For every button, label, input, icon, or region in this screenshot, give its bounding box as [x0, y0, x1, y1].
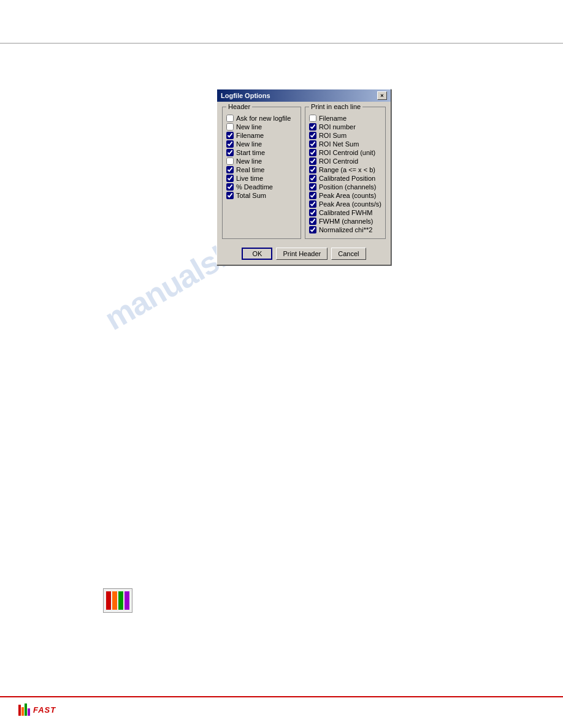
real-time-label: Real time — [236, 166, 264, 173]
fast-logo-bars — [18, 703, 30, 716]
color-bar-red — [106, 591, 111, 610]
ok-button[interactable]: OK — [242, 248, 272, 260]
new-line-3-checkbox[interactable] — [226, 157, 234, 165]
list-item: Position (channels) — [309, 183, 381, 191]
fwhm-channels-label: FWHM (channels) — [319, 218, 373, 225]
roi-sum-label: ROI Sum — [319, 132, 347, 139]
dialog-body: Header Ask for new logfile New line File… — [217, 102, 391, 244]
roi-sum-checkbox[interactable] — [309, 132, 316, 139]
roi-centroid-unit-label: ROI Centroid (unit) — [319, 149, 375, 156]
header-group-title: Header — [226, 103, 252, 110]
print-group: Print in each line Filename ROI number R… — [305, 107, 386, 239]
dialog-footer: OK Print Header Cancel — [217, 244, 391, 265]
cal-position-checkbox[interactable] — [309, 175, 316, 182]
list-item: ROI Net Sum — [309, 140, 381, 148]
filename-2-checkbox[interactable] — [309, 115, 316, 122]
new-line-2-checkbox[interactable] — [226, 140, 234, 148]
list-item: New line — [226, 140, 297, 148]
roi-net-sum-checkbox[interactable] — [309, 140, 316, 148]
peak-area-counts-s-label: Peak Area (counts/s) — [319, 200, 381, 208]
logfile-options-dialog: Logfile Options × Header Ask for new log… — [216, 89, 391, 265]
roi-centroid-unit-checkbox[interactable] — [309, 149, 316, 156]
dialog-titlebar: Logfile Options × — [217, 89, 391, 102]
peak-area-counts-checkbox[interactable] — [309, 192, 316, 199]
new-line-1-checkbox[interactable] — [226, 123, 234, 131]
position-channels-label: Position (channels) — [319, 183, 377, 191]
real-time-checkbox[interactable] — [226, 166, 234, 173]
roi-number-checkbox[interactable] — [309, 123, 316, 131]
list-item: FWHM (channels) — [309, 218, 381, 225]
list-item: New line — [226, 157, 297, 165]
logo-bar-3 — [25, 703, 27, 716]
list-item: Start time — [226, 149, 297, 156]
ask-new-logfile-label: Ask for new logfile — [236, 115, 291, 122]
color-bar-green — [118, 591, 123, 610]
list-item: Calibrated Position — [309, 175, 381, 182]
total-sum-label: Total Sum — [236, 192, 266, 199]
total-sum-checkbox[interactable] — [226, 192, 234, 199]
norm-chi2-checkbox[interactable] — [309, 226, 316, 233]
roi-number-label: ROI number — [319, 123, 356, 131]
cancel-button[interactable]: Cancel — [331, 248, 366, 260]
list-item: Peak Area (counts/s) — [309, 200, 381, 208]
new-line-2-label: New line — [236, 140, 262, 148]
roi-net-sum-label: ROI Net Sum — [319, 140, 359, 148]
fast-logo-text: FAST — [33, 705, 56, 715]
peak-area-counts-label: Peak Area (counts) — [319, 192, 377, 199]
filename-2-label: Filename — [319, 115, 347, 122]
list-item: % Deadtime — [226, 183, 297, 191]
roi-centroid-checkbox[interactable] — [309, 157, 316, 165]
position-channels-checkbox[interactable] — [309, 183, 316, 191]
close-button[interactable]: × — [377, 91, 387, 100]
start-time-checkbox[interactable] — [226, 149, 234, 156]
ask-new-logfile-checkbox[interactable] — [226, 115, 234, 122]
list-item: Calibrated FWHM — [309, 209, 381, 216]
logo-bar-4 — [28, 708, 30, 716]
color-bar-purple — [124, 591, 129, 610]
color-bar-orange — [112, 591, 117, 610]
filename-1-label: Filename — [236, 132, 264, 139]
list-item: Real time — [226, 166, 297, 173]
cal-fwhm-checkbox[interactable] — [309, 209, 316, 216]
range-label: Range (a <= x < b) — [319, 166, 375, 173]
filename-1-checkbox[interactable] — [226, 132, 234, 139]
list-item: ROI Centroid (unit) — [309, 149, 381, 156]
logo-bar-1 — [18, 705, 21, 716]
cal-position-label: Calibrated Position — [319, 175, 375, 182]
live-time-label: Live time — [236, 175, 263, 182]
list-item: Range (a <= x < b) — [309, 166, 381, 173]
list-item: Filename — [309, 115, 381, 122]
bottom-divider — [0, 696, 563, 697]
print-group-title: Print in each line — [309, 103, 362, 110]
fwhm-channels-checkbox[interactable] — [309, 218, 316, 225]
deadtime-label: % Deadtime — [236, 183, 273, 191]
list-item: ROI Centroid — [309, 157, 381, 165]
list-item: ROI Sum — [309, 132, 381, 139]
live-time-checkbox[interactable] — [226, 175, 234, 182]
list-item: New line — [226, 123, 297, 131]
roi-centroid-label: ROI Centroid — [319, 157, 358, 165]
list-item: Ask for new logfile — [226, 115, 297, 122]
print-header-button[interactable]: Print Header — [276, 248, 327, 260]
new-line-3-label: New line — [236, 157, 262, 165]
list-item: Total Sum — [226, 192, 297, 199]
deadtime-checkbox[interactable] — [226, 183, 234, 191]
list-item: Filename — [226, 132, 297, 139]
new-line-1-label: New line — [236, 123, 262, 131]
dialog-title: Logfile Options — [221, 92, 270, 99]
cal-fwhm-label: Calibrated FWHM — [319, 209, 372, 216]
header-group: Header Ask for new logfile New line File… — [222, 107, 301, 239]
range-checkbox[interactable] — [309, 166, 316, 173]
list-item: Peak Area (counts) — [309, 192, 381, 199]
list-item: Normalized chi**2 — [309, 226, 381, 233]
fast-logo: FAST — [18, 703, 56, 716]
peak-area-counts-s-checkbox[interactable] — [309, 200, 316, 208]
start-time-label: Start time — [236, 149, 265, 156]
norm-chi2-label: Normalized chi**2 — [319, 226, 372, 233]
list-item: Live time — [226, 175, 297, 182]
top-divider — [0, 43, 563, 44]
color-palette-icon — [103, 588, 132, 613]
logo-bar-2 — [21, 707, 24, 716]
list-item: ROI number — [309, 123, 381, 131]
